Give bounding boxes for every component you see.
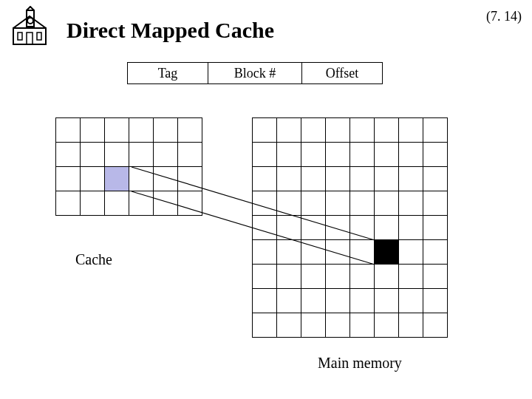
page-number: (7. 14) [486,9,522,24]
grid-cell [325,264,350,289]
grid-cell [423,264,448,289]
grid-cell [325,166,350,191]
grid-cell [301,191,326,216]
grid-cell [301,239,326,265]
address-fields: Tag Block # Offset [127,62,383,84]
grid-cell [398,191,423,216]
grid-cell [252,191,277,216]
memory-grid [253,118,448,338]
grid-cell [301,117,326,143]
grid-cell [301,166,326,191]
grid-cell [55,142,81,167]
grid-cell [301,215,326,240]
grid-cell [325,288,350,313]
grid-cell [374,313,399,338]
svg-rect-4 [37,33,41,40]
grid-cell [129,166,154,191]
grid-cell [301,288,326,313]
grid-cell [153,117,178,143]
grid-cell [349,166,375,191]
address-field-offset: Offset [301,62,383,84]
grid-cell [325,117,350,143]
grid-cell [177,117,202,143]
grid-cell [374,288,399,313]
grid-cell [252,215,277,240]
grid-cell [276,313,301,338]
grid-cell [398,142,423,167]
grid-cell [153,142,178,167]
grid-cell [301,313,326,338]
grid-cell [423,117,448,143]
grid-cell [325,239,350,265]
grid-cell [252,288,277,313]
grid-cell [423,288,448,313]
grid-cell [153,191,178,216]
svg-rect-5 [27,33,33,44]
grid-cell [177,191,202,216]
grid-cell [80,191,105,216]
grid-cell [80,166,105,191]
grid-cell [325,191,350,216]
grid-cell [374,264,399,289]
grid-cell [325,215,350,240]
grid-cell [276,288,301,313]
grid-cell [374,215,399,240]
grid-cell [276,142,301,167]
svg-point-2 [27,18,33,24]
cache-grid [56,118,202,216]
grid-cell [374,191,399,216]
grid-cell [55,166,81,191]
grid-cell [349,117,375,143]
grid-cell [423,239,448,265]
grid-cell [252,239,277,265]
grid-cell [252,166,277,191]
grid-cell [276,264,301,289]
memory-label: Main memory [318,355,402,372]
grid-cell [349,313,375,338]
address-field-tag: Tag [127,62,208,84]
grid-cell [423,166,448,191]
grid-cell [398,215,423,240]
grid-cell [104,191,129,216]
grid-cell [301,142,326,167]
grid-cell [104,117,129,143]
building-icon [9,6,50,50]
grid-cell [398,239,423,265]
grid-cell [129,142,154,167]
grid-cell [252,117,277,143]
grid-cell [374,166,399,191]
grid-cell [104,166,129,191]
grid-cell [423,313,448,338]
grid-cell [104,142,129,167]
grid-cell [349,288,375,313]
grid-cell [374,117,399,143]
grid-cell [276,117,301,143]
grid-cell [129,117,154,143]
grid-cell [55,117,81,143]
grid-cell [177,166,202,191]
grid-cell [276,239,301,265]
grid-cell [349,264,375,289]
grid-cell [398,313,423,338]
grid-cell [349,215,375,240]
grid-cell [301,264,326,289]
grid-cell [325,142,350,167]
grid-cell [374,142,399,167]
grid-cell [398,288,423,313]
grid-cell [349,142,375,167]
grid-cell [153,166,178,191]
grid-cell [252,313,277,338]
cache-label: Cache [75,251,112,268]
grid-cell [325,313,350,338]
grid-cell [398,166,423,191]
grid-cell [423,215,448,240]
grid-cell [276,166,301,191]
grid-cell [423,142,448,167]
grid-cell [349,239,375,265]
grid-cell [80,142,105,167]
grid-cell [129,191,154,216]
grid-cell [252,264,277,289]
grid-cell [276,215,301,240]
grid-cell [177,142,202,167]
svg-rect-3 [18,33,22,40]
